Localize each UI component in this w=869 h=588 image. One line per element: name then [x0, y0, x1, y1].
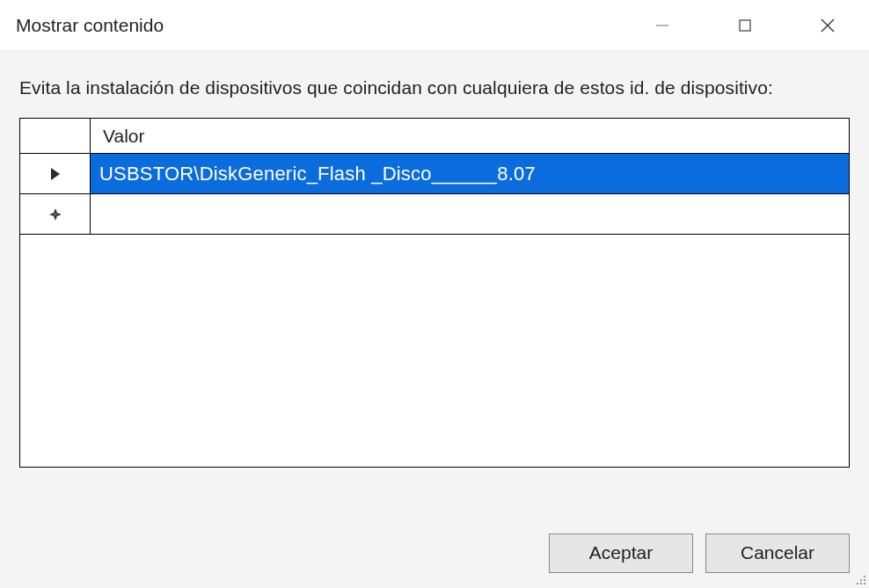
new-row-icon: [48, 207, 62, 221]
row-value-text: USBSTOR\DiskGeneric_Flash _Disco______8.…: [99, 163, 536, 185]
grid-body: USBSTOR\DiskGeneric_Flash _Disco______8.…: [20, 154, 849, 467]
minimize-button[interactable]: [621, 0, 704, 51]
window-title: Mostrar contenido: [16, 15, 164, 36]
svg-rect-10: [860, 579, 862, 581]
grid-row[interactable]: USBSTOR\DiskGeneric_Flash _Disco______8.…: [20, 154, 849, 194]
resize-grip[interactable]: [855, 574, 867, 586]
device-id-grid[interactable]: Valor USBSTOR\DiskGeneric_Flash _Disco__…: [19, 118, 850, 468]
svg-rect-12: [857, 583, 858, 584]
maximize-icon: [736, 17, 754, 34]
svg-rect-9: [864, 576, 865, 577]
column-header-value[interactable]: Valor: [91, 119, 849, 153]
row-value-cell[interactable]: [91, 194, 849, 234]
grid-header: Valor: [20, 119, 849, 154]
grid-row[interactable]: [20, 194, 849, 235]
close-button[interactable]: [786, 0, 869, 51]
row-value-cell[interactable]: USBSTOR\DiskGeneric_Flash _Disco______8.…: [91, 154, 849, 193]
row-indicator-new: [20, 194, 91, 234]
svg-rect-13: [860, 583, 862, 584]
cancel-button[interactable]: Cancelar: [705, 534, 850, 573]
ok-button[interactable]: Aceptar: [549, 534, 693, 573]
svg-rect-14: [864, 583, 865, 584]
resize-grip-icon: [855, 574, 867, 586]
maximize-button[interactable]: [704, 0, 786, 51]
minimize-icon: [654, 17, 671, 34]
svg-rect-11: [864, 579, 865, 581]
row-header-corner: [20, 119, 91, 153]
svg-rect-1: [740, 20, 750, 31]
button-bar: Aceptar Cancelar: [0, 518, 869, 588]
dialog-window: Mostrar contenido Evita la instalaci: [0, 0, 869, 588]
current-row-icon: [48, 165, 62, 183]
titlebar: Mostrar contenido: [0, 0, 869, 51]
client-area: Evita la instalación de dispositivos que…: [0, 51, 869, 518]
close-icon: [818, 16, 837, 35]
row-indicator-current: [20, 154, 91, 193]
window-controls: [621, 0, 869, 51]
svg-marker-4: [51, 168, 60, 180]
description-text: Evita la instalación de dispositivos que…: [19, 77, 850, 98]
